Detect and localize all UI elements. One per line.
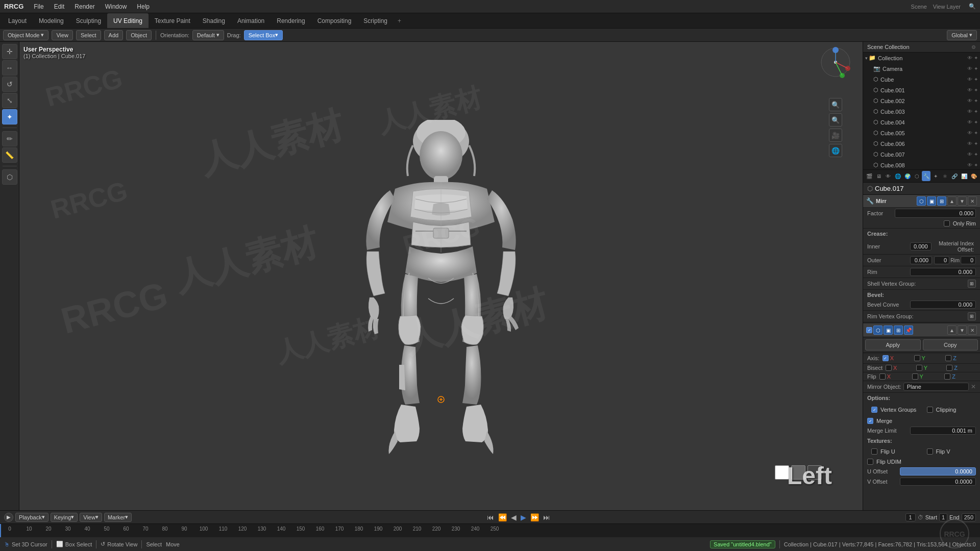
add-workspace-button[interactable]: + — [394, 15, 405, 27]
tab-compositing[interactable]: Compositing — [311, 13, 358, 28]
menu-render[interactable]: Render — [70, 2, 99, 11]
axis-y-checkbox[interactable] — [914, 355, 920, 361]
reverse-play-button[interactable]: ◀ — [509, 513, 518, 521]
bisect-z-checkbox[interactable] — [946, 365, 952, 371]
outliner-item-cube006[interactable]: ⬡ Cube.006 👁 ✦ — [863, 138, 980, 149]
bisect-x-checkbox[interactable] — [886, 365, 892, 371]
crease-outer-value[interactable]: 0.000 — [910, 256, 932, 264]
tab-layout[interactable]: Layout — [2, 13, 33, 28]
outliner-item-cube[interactable]: ⬡ Cube 👁 ✦ — [863, 74, 980, 85]
flip-udim-checkbox[interactable] — [867, 459, 873, 465]
mat-index-field-0[interactable]: 0 — [934, 256, 949, 264]
playback-dropdown[interactable]: Playback ▾ — [15, 513, 48, 522]
flip-z-checkbox[interactable] — [944, 373, 950, 380]
outliner-item-scene-collection[interactable]: ▾ 📁 Collection 👁 ✦ — [863, 53, 980, 63]
jump-start-button[interactable]: ⏮ — [485, 513, 496, 521]
crease-rim-value[interactable]: 0.000 — [910, 268, 976, 276]
mod-vis-icon-5[interactable]: ▲ — [947, 325, 957, 335]
search-icon[interactable]: 🔍 — [969, 3, 976, 10]
view-menu[interactable]: View — [52, 30, 73, 40]
camera-view-button[interactable]: 🎥 — [829, 129, 842, 142]
mod-icon-3[interactable]: ⊞ — [937, 196, 946, 206]
tab-texture-paint[interactable]: Texture Paint — [149, 13, 197, 28]
prop-tab-scene[interactable]: 🌐 — [894, 171, 902, 181]
mod-icon-5[interactable]: ▼ — [958, 196, 967, 206]
orientation-dropdown[interactable]: Default ▾ — [192, 30, 224, 40]
mod-vis-icon-3[interactable]: ⊞ — [894, 325, 903, 335]
navigation-gizmo[interactable] — [813, 46, 859, 92]
tab-uv-editing[interactable]: UV Editing — [107, 13, 149, 28]
select-box-dropdown[interactable]: Select Box ▾ — [244, 30, 283, 40]
object-menu[interactable]: Object — [126, 30, 152, 40]
outliner-item-cube008[interactable]: ⬡ Cube.008 👁 ✦ — [863, 160, 980, 170]
object-mode-dropdown[interactable]: Object Mode ▾ — [3, 30, 48, 40]
add-cube-tool[interactable]: ⬡ — [2, 169, 17, 185]
prop-tab-render[interactable]: 🎬 — [865, 171, 874, 181]
axis-x-checkbox[interactable] — [883, 355, 889, 361]
prop-tab-world[interactable]: 🌍 — [903, 171, 912, 181]
move-tool[interactable]: ↔ — [2, 60, 17, 76]
prev-frame-button[interactable]: ⏪ — [497, 513, 508, 521]
tab-scripting[interactable]: Scripting — [357, 13, 394, 28]
outliner-item-cube004[interactable]: ⬡ Cube.004 👁 ✦ — [863, 117, 980, 128]
jump-end-button[interactable]: ⏭ — [542, 513, 552, 521]
merge-limit-value[interactable]: 0.001 m — [910, 427, 976, 435]
menu-window[interactable]: Window — [101, 2, 131, 11]
outliner[interactable]: ▾ 📁 Collection 👁 ✦ 📷 Camera 👁 ✦ ⬡ Cube 👁… — [863, 53, 980, 170]
prop-tab-constraints[interactable]: 🔗 — [950, 171, 959, 181]
menu-file[interactable]: File — [30, 2, 47, 11]
marker-dropdown[interactable]: Marker ▾ — [104, 513, 132, 522]
mod-icon-2[interactable]: ▣ — [927, 196, 936, 206]
tab-modeling[interactable]: Modeling — [33, 13, 70, 28]
current-frame-display[interactable]: 1 — [905, 513, 916, 521]
mat-index-field-rim[interactable]: 0 — [961, 256, 976, 264]
menu-edit[interactable]: Edit — [50, 2, 69, 11]
apply-button[interactable]: Apply — [865, 339, 921, 350]
crease-inner-value[interactable]: 0.000 — [910, 242, 932, 251]
scale-tool[interactable]: ⤡ — [2, 93, 17, 108]
prop-tab-view[interactable]: 👁 — [884, 171, 893, 181]
shell-vg-icon[interactable]: ⊞ — [968, 280, 976, 288]
keying-dropdown[interactable]: Keying ▾ — [51, 513, 78, 522]
tab-rendering[interactable]: Rendering — [271, 13, 311, 28]
flip-u-checkbox[interactable] — [871, 448, 877, 455]
flip-v-checkbox[interactable] — [927, 448, 933, 455]
mirror-object-clear-icon[interactable]: ✕ — [971, 383, 976, 390]
outliner-item-cube007[interactable]: ⬡ Cube.007 👁 ✦ — [863, 149, 980, 160]
prop-tab-physics[interactable]: ⚛ — [941, 171, 950, 181]
next-frame-button[interactable]: ⏩ — [529, 513, 541, 521]
annotate-tool[interactable]: ✏ — [2, 131, 17, 146]
flip-x-checkbox[interactable] — [879, 373, 886, 380]
cursor-tool[interactable]: ✛ — [2, 44, 17, 59]
axis-z-checkbox[interactable] — [945, 355, 951, 361]
prop-tab-modifier[interactable]: 🔧 — [922, 171, 930, 181]
timeline-track[interactable]: 0 10 20 30 40 50 60 70 80 90 100 110 120… — [0, 524, 980, 537]
mod-vis-icon-4[interactable]: 📌 — [904, 325, 913, 335]
mod-vis-close-icon[interactable]: ✕ — [968, 325, 977, 335]
mod-close-icon[interactable]: ✕ — [968, 196, 977, 206]
mod-icon-4[interactable]: ▲ — [947, 196, 957, 206]
scene-collection-options[interactable]: ⚙ — [971, 44, 976, 50]
zoom-out-button[interactable]: 🔍 — [829, 113, 842, 127]
rim-vg-icon[interactable]: ⊞ — [968, 312, 976, 320]
vertex-groups-checkbox[interactable] — [871, 407, 877, 413]
only-rim-checkbox[interactable] — [944, 220, 950, 227]
outliner-item-cube003[interactable]: ⬡ Cube.003 👁 ✦ — [863, 106, 980, 117]
outliner-item-cube002[interactable]: ⬡ Cube.002 👁 ✦ — [863, 95, 980, 106]
tab-animation[interactable]: Animation — [231, 13, 271, 28]
tab-sculpting[interactable]: Sculpting — [70, 13, 107, 28]
v-offset-value[interactable]: 0.0000 — [900, 478, 976, 486]
viewport[interactable]: RRCG 人人素材 RRCG 人人素材 RRCG 人人素材 人人素材 RRCG … — [19, 42, 863, 510]
global-dropdown[interactable]: Global ▾ — [947, 30, 977, 40]
u-offset-value[interactable]: 0.0000 — [900, 467, 976, 475]
prop-tab-particles[interactable]: ✦ — [932, 171, 940, 181]
zoom-in-button[interactable]: 🔍 — [829, 98, 842, 111]
mod-icon-1[interactable]: ⬡ — [917, 196, 926, 206]
merge-checkbox[interactable] — [867, 418, 873, 424]
mirror-object-field[interactable]: Plane — [903, 383, 969, 391]
view-dropdown-tl[interactable]: View ▾ — [80, 513, 102, 522]
transform-tool[interactable]: ✦ — [2, 109, 17, 124]
mod-vis-icon-1[interactable]: ⬡ — [873, 325, 883, 335]
mod-vis-icon-6[interactable]: ▼ — [958, 325, 967, 335]
mod-enable-checkbox[interactable] — [866, 327, 872, 333]
